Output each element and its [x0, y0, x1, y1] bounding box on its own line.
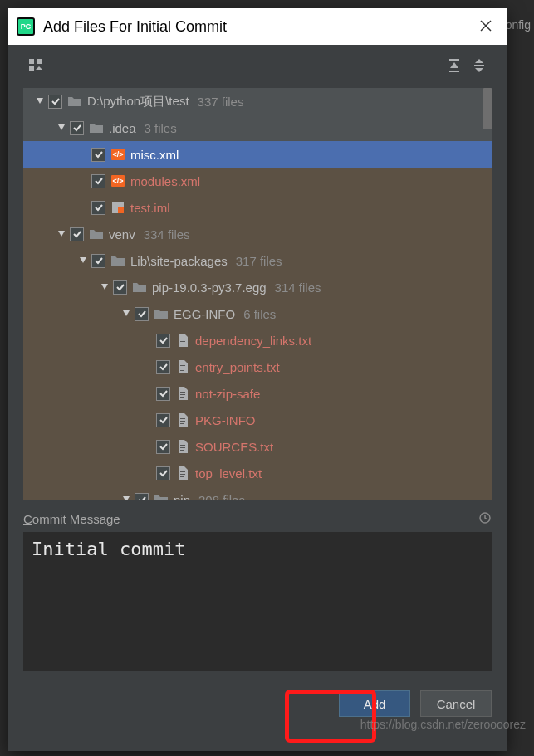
- svg-rect-34: [180, 418, 185, 419]
- checkbox[interactable]: [156, 413, 170, 427]
- group-icon[interactable]: [23, 55, 48, 79]
- tree-label: not-zip-safe: [195, 387, 260, 401]
- file-count: 6 files: [243, 307, 276, 321]
- tree-label: EGG-INFO: [174, 307, 235, 321]
- checkbox[interactable]: [156, 334, 170, 348]
- tree-label: D:\python项目\test: [87, 94, 189, 110]
- tree-file[interactable]: top_level.txt: [23, 460, 492, 486]
- svg-marker-12: [37, 98, 43, 104]
- checkbox[interactable]: [91, 174, 105, 188]
- file-count: 3 files: [145, 121, 177, 135]
- folder-icon: [67, 95, 82, 108]
- txt-icon: [175, 440, 190, 453]
- svg-rect-4: [29, 66, 34, 71]
- tree-folder[interactable]: pip308 files: [23, 486, 492, 500]
- expand-icon[interactable]: [55, 227, 68, 241]
- checkbox[interactable]: [70, 121, 84, 135]
- checkbox[interactable]: [135, 493, 149, 500]
- svg-rect-28: [180, 370, 184, 371]
- svg-rect-32: [180, 397, 184, 398]
- svg-rect-3: [37, 59, 42, 64]
- svg-rect-39: [180, 447, 185, 448]
- checkbox[interactable]: [156, 387, 170, 401]
- tree-file[interactable]: entry_points.txt: [23, 354, 492, 380]
- svg-marker-18: [80, 257, 86, 263]
- txt-icon: [175, 360, 190, 373]
- tree-file[interactable]: PKG-INFO: [23, 407, 492, 433]
- background-text: onfig: [506, 18, 531, 32]
- checkbox[interactable]: [91, 254, 105, 268]
- xml-icon: </>: [110, 174, 125, 188]
- tree-folder[interactable]: pip-19.0.3-py3.7.egg314 files: [23, 274, 492, 300]
- folder-icon: [132, 280, 147, 294]
- commit-message-input[interactable]: [23, 532, 492, 671]
- expand-icon[interactable]: [98, 280, 111, 294]
- svg-marker-11: [475, 68, 483, 72]
- dialog-title: Add Files For Initial Commit: [43, 18, 473, 36]
- checkbox[interactable]: [156, 360, 170, 374]
- svg-rect-38: [180, 445, 185, 446]
- txt-icon: [175, 413, 190, 427]
- checkbox[interactable]: [91, 148, 105, 162]
- svg-marker-10: [475, 59, 483, 63]
- history-icon[interactable]: [478, 511, 492, 527]
- svg-rect-6: [449, 59, 459, 61]
- expand-icon[interactable]: [76, 254, 90, 267]
- tree-folder[interactable]: venv334 files: [23, 221, 492, 247]
- commit-message-label: Commit Message: [23, 512, 120, 526]
- tree-file[interactable]: test.iml: [23, 194, 492, 221]
- folder-icon: [89, 121, 104, 134]
- tree-folder[interactable]: D:\python项目\test337 files: [23, 88, 492, 115]
- expand-icon[interactable]: [120, 493, 133, 500]
- tree-label: top_level.txt: [195, 466, 262, 480]
- checkbox[interactable]: [91, 201, 105, 215]
- tree-label: Lib\site-packages: [130, 254, 228, 268]
- cancel-button[interactable]: Cancel: [420, 690, 492, 717]
- tree-label: venv: [109, 227, 135, 241]
- expand-icon[interactable]: [55, 121, 68, 134]
- tree-file[interactable]: </>misc.xml: [23, 141, 492, 168]
- scrollbar-thumb[interactable]: [483, 88, 492, 129]
- commit-section: Commit Message: [8, 500, 507, 674]
- svg-marker-17: [58, 231, 65, 237]
- svg-rect-26: [180, 365, 185, 366]
- folder-icon: [154, 307, 169, 320]
- folder-icon: [110, 254, 125, 267]
- checkbox[interactable]: [135, 307, 149, 321]
- file-tree: D:\python项目\test337 files.idea3 files</>…: [23, 88, 492, 500]
- checkbox[interactable]: [113, 280, 127, 295]
- titlebar: PC Add Files For Initial Commit: [8, 8, 507, 45]
- tree-folder[interactable]: EGG-INFO6 files: [23, 300, 492, 327]
- checkbox[interactable]: [156, 466, 170, 480]
- checkbox[interactable]: [156, 440, 170, 454]
- expand-icon[interactable]: [33, 95, 47, 108]
- expand-all-icon[interactable]: [442, 55, 467, 79]
- svg-marker-45: [123, 496, 130, 500]
- tree-file[interactable]: SOURCES.txt: [23, 433, 492, 460]
- tree-label: entry_points.txt: [195, 360, 280, 374]
- file-count: 334 files: [144, 227, 190, 241]
- svg-rect-36: [180, 423, 184, 424]
- expand-icon[interactable]: [120, 307, 133, 320]
- svg-marker-20: [123, 310, 130, 316]
- scrollbar[interactable]: [482, 88, 492, 500]
- tree-file[interactable]: </>modules.xml: [23, 168, 492, 194]
- file-count: 314 files: [275, 280, 321, 295]
- checkbox[interactable]: [70, 227, 84, 241]
- tree-folder[interactable]: Lib\site-packages317 files: [23, 247, 492, 274]
- tree-folder[interactable]: .idea3 files: [23, 115, 492, 141]
- checkbox[interactable]: [48, 95, 62, 109]
- tree-file[interactable]: dependency_links.txt: [23, 327, 492, 354]
- folder-icon: [154, 493, 169, 500]
- svg-rect-8: [449, 71, 459, 72]
- svg-rect-40: [180, 450, 184, 451]
- add-button[interactable]: Add: [339, 690, 410, 717]
- close-icon[interactable]: [473, 15, 498, 39]
- folder-icon: [89, 227, 104, 241]
- collapse-all-icon[interactable]: [467, 55, 492, 79]
- pycharm-icon: PC: [17, 17, 35, 36]
- tree-label: .idea: [109, 121, 136, 135]
- dialog-add-files: PC Add Files For Initial Commit D:\pytho…: [8, 8, 507, 751]
- tree-file[interactable]: not-zip-safe: [23, 380, 492, 407]
- svg-rect-31: [180, 394, 185, 395]
